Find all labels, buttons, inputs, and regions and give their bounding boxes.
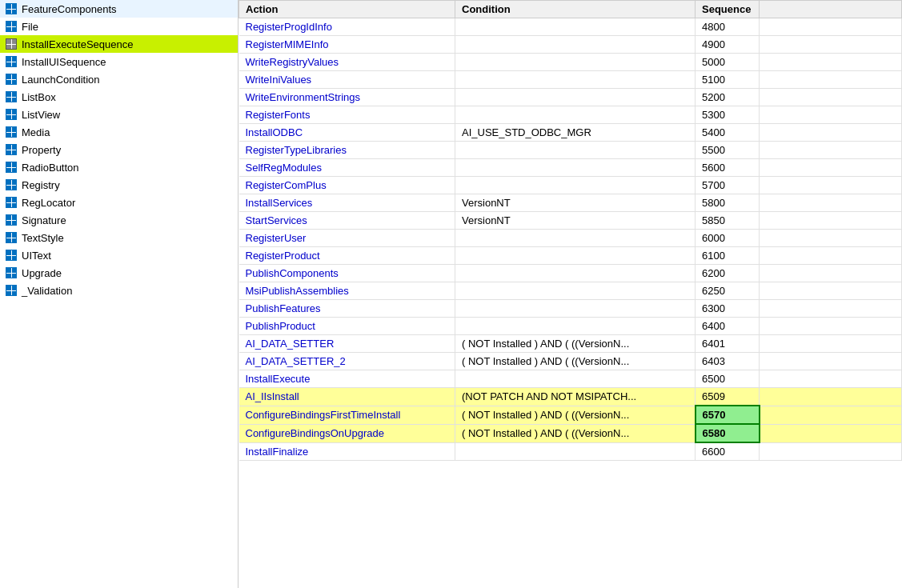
cell-condition [455, 177, 696, 194]
cell-sequence: 4800 [696, 18, 760, 36]
sidebar-item-registry[interactable]: Registry [0, 176, 238, 194]
table-row[interactable]: InstallExecute6500 [239, 370, 902, 388]
sidebar-item-installuisequence[interactable]: InstallUISequence [0, 53, 238, 70]
cell-action: RegisterProduct [239, 247, 455, 265]
cell-extra [760, 247, 902, 265]
table-row[interactable]: PublishComponents6200 [239, 265, 902, 282]
cell-sequence: 5000 [696, 54, 760, 71]
table-row[interactable]: PublishFeatures6300 [239, 300, 902, 318]
col-extra [760, 1, 902, 18]
cell-action: PublishComponents [239, 265, 455, 282]
sidebar-item-label: Signature [22, 214, 66, 226]
cell-action: InstallODBC [239, 124, 455, 142]
cell-action: SelfRegModules [239, 159, 455, 177]
cell-action: StartServices [239, 212, 455, 230]
sidebar-item-property[interactable]: Property [0, 141, 238, 158]
cell-extra [760, 159, 902, 177]
table-row[interactable]: AI_IIsInstall(NOT PATCH AND NOT MSIPATCH… [239, 388, 902, 406]
table-row[interactable]: AI_DATA_SETTER_2( NOT Installed ) AND ( … [239, 353, 902, 370]
table-row[interactable]: RegisterProgIdInfo4800 [239, 18, 902, 36]
table-row[interactable]: WriteEnvironmentStrings5200 [239, 89, 902, 106]
sidebar-item-label: ListBox [22, 91, 56, 103]
cell-condition: AI_USE_STD_ODBC_MGR [455, 124, 696, 142]
table-row[interactable]: InstallServicesVersionNT5800 [239, 194, 902, 212]
cell-extra [760, 406, 902, 424]
cell-condition [455, 71, 696, 89]
sidebar-item-label: Upgrade [22, 267, 62, 279]
table-row[interactable]: SelfRegModules5600 [239, 159, 902, 177]
cell-extra [760, 424, 902, 442]
table-row[interactable]: StartServicesVersionNT5850 [239, 212, 902, 230]
cell-action: PublishProduct [239, 318, 455, 335]
cell-action: WriteIniValues [239, 71, 455, 89]
sidebar-item-installexecutesequence[interactable]: InstallExecuteSequence [0, 35, 238, 53]
cell-condition [455, 247, 696, 265]
table-row[interactable]: RegisterMIMEInfo4900 [239, 36, 902, 54]
cell-sequence: 5600 [696, 159, 760, 177]
sidebar-item-radiobutton[interactable]: RadioButton [0, 158, 238, 176]
table-row[interactable]: WriteRegistryValues5000 [239, 54, 902, 71]
sidebar-item-file[interactable]: File [0, 18, 238, 35]
cell-condition: VersionNT [455, 212, 696, 230]
sidebar-item-launchcondition[interactable]: LaunchCondition [0, 70, 238, 88]
sidebar-item-label: Media [22, 126, 50, 138]
sidebar-item-label: RadioButton [22, 162, 79, 174]
cell-condition [455, 442, 696, 461]
sidebar-item-label: _Validation [22, 285, 72, 297]
cell-sequence: 5100 [696, 71, 760, 89]
table-row[interactable]: RegisterFonts5300 [239, 106, 902, 124]
sidebar-item-media[interactable]: Media [0, 123, 238, 141]
sidebar-item-listview[interactable]: ListView [0, 106, 238, 123]
cell-sequence: 4900 [696, 36, 760, 54]
sidebar-item--validation[interactable]: _Validation [0, 282, 238, 299]
sidebar-item-listbox[interactable]: ListBox [0, 88, 238, 106]
table-row[interactable]: AI_DATA_SETTER( NOT Installed ) AND ( ((… [239, 335, 902, 353]
table-icon [5, 266, 18, 279]
cell-extra [760, 54, 902, 71]
table-icon [5, 231, 18, 244]
table-row[interactable]: PublishProduct6400 [239, 318, 902, 335]
cell-action: InstallServices [239, 194, 455, 212]
cell-extra [760, 36, 902, 54]
table-row[interactable]: ConfigureBindingsOnUpgrade( NOT Installe… [239, 424, 902, 442]
table-icon [5, 214, 18, 226]
cell-sequence: 6000 [696, 230, 760, 247]
sidebar-item-label: TextStyle [22, 232, 64, 244]
cell-condition [455, 265, 696, 282]
cell-condition [455, 300, 696, 318]
table-icon [5, 284, 18, 297]
cell-extra [760, 18, 902, 36]
cell-extra [760, 353, 902, 370]
table-row[interactable]: RegisterComPlus5700 [239, 177, 902, 194]
cell-action: RegisterUser [239, 230, 455, 247]
sidebar-item-label: LaunchCondition [22, 74, 100, 86]
sidebar-item-uitext[interactable]: UIText [0, 246, 238, 264]
cell-sequence: 5300 [696, 106, 760, 124]
sidebar-item-label: FeatureComponents [22, 3, 117, 15]
sidebar-item-upgrade[interactable]: Upgrade [0, 264, 238, 282]
table-icon [5, 178, 18, 191]
cell-sequence: 6580 [696, 424, 760, 442]
table-icon [5, 20, 18, 33]
table-row[interactable]: ConfigureBindingsFirstTimeInstall( NOT I… [239, 406, 902, 424]
cell-action: AI_DATA_SETTER_2 [239, 353, 455, 370]
col-sequence: Sequence [696, 1, 760, 18]
sidebar-item-label: InstallUISequence [22, 56, 106, 68]
col-action: Action [239, 1, 455, 18]
cell-extra [760, 335, 902, 353]
cell-extra [760, 300, 902, 318]
table-row[interactable]: MsiPublishAssemblies6250 [239, 282, 902, 300]
table-row[interactable]: InstallFinalize6600 [239, 442, 902, 461]
table-row[interactable]: RegisterUser6000 [239, 230, 902, 247]
cell-sequence: 5700 [696, 177, 760, 194]
table-row[interactable]: InstallODBCAI_USE_STD_ODBC_MGR5400 [239, 124, 902, 142]
cell-extra [760, 124, 902, 142]
table-icon [5, 161, 18, 174]
sidebar-item-signature[interactable]: Signature [0, 211, 238, 229]
sidebar-item-textstyle[interactable]: TextStyle [0, 229, 238, 246]
table-row[interactable]: RegisterTypeLibraries5500 [239, 142, 902, 159]
table-row[interactable]: RegisterProduct6100 [239, 247, 902, 265]
table-row[interactable]: WriteIniValues5100 [239, 71, 902, 89]
sidebar-item-reglocator[interactable]: RegLocator [0, 194, 238, 211]
sidebar-item-featurecomponents[interactable]: FeatureComponents [0, 0, 238, 18]
